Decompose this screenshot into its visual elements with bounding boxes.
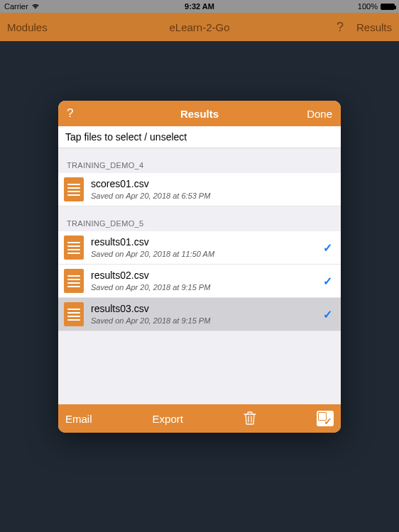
- status-right: 100%: [358, 2, 395, 11]
- file-name: results03.csv: [91, 303, 317, 315]
- file-row[interactable]: results01.csv Saved on Apr 20, 2018 at 1…: [58, 231, 341, 265]
- file-name: results01.csv: [91, 236, 317, 248]
- document-icon: [64, 269, 84, 293]
- file-subtitle: Saved on Apr 20, 2018 at 11:50 AM: [91, 249, 317, 259]
- file-row[interactable]: results03.csv Saved on Apr 20, 2018 at 9…: [58, 298, 341, 331]
- results-modal: ? Results Done Tap files to select / uns…: [58, 101, 341, 433]
- status-time: 9:32 AM: [185, 2, 214, 11]
- trash-icon: [244, 411, 256, 425]
- nav-modules-button[interactable]: Modules: [7, 21, 48, 33]
- export-button[interactable]: Export: [153, 413, 183, 425]
- section-header: TRAINING_DEMO_5: [58, 206, 341, 231]
- document-icon: [64, 302, 84, 326]
- file-subtitle: Saved on Apr 20, 2018 at 9:15 PM: [91, 316, 317, 326]
- wifi-icon: [31, 3, 40, 10]
- file-name: results02.csv: [91, 270, 317, 282]
- file-row[interactable]: results02.csv Saved on Apr 20, 2018 at 9…: [58, 265, 341, 298]
- modal-help-icon[interactable]: ?: [67, 106, 73, 121]
- file-name: scores01.csv: [91, 178, 332, 190]
- done-button[interactable]: Done: [307, 108, 332, 120]
- checkmark-icon: ✓: [323, 241, 332, 255]
- app-title: eLearn-2-Go: [169, 21, 229, 33]
- delete-button[interactable]: [244, 411, 256, 427]
- document-icon: [64, 177, 84, 201]
- file-subtitle: Saved on Apr 20, 2018 at 9:15 PM: [91, 282, 317, 292]
- help-icon[interactable]: ?: [337, 20, 344, 35]
- battery-pct: 100%: [358, 2, 378, 11]
- email-button[interactable]: Email: [65, 413, 92, 425]
- file-subtitle: Saved on Apr 20, 2018 at 6:53 PM: [91, 191, 332, 201]
- main-navbar: Modules eLearn-2-Go ? Results: [0, 13, 399, 41]
- instruction-label: Tap files to select / unselect: [58, 126, 341, 148]
- nav-results-button[interactable]: Results: [356, 21, 392, 33]
- status-left: Carrier: [4, 2, 40, 11]
- file-list[interactable]: TRAINING_DEMO_4 scores01.csv Saved on Ap…: [58, 148, 341, 404]
- battery-icon: [381, 4, 395, 10]
- modal-title: Results: [180, 108, 219, 120]
- modal-header: ? Results Done: [58, 101, 341, 126]
- status-bar: Carrier 9:32 AM 100%: [0, 0, 399, 13]
- document-icon: [64, 235, 84, 260]
- modal-footer: Email Export: [58, 404, 341, 433]
- file-row[interactable]: scores01.csv Saved on Apr 20, 2018 at 6:…: [58, 173, 341, 206]
- checkmark-icon: ✓: [323, 308, 332, 321]
- checkmark-icon: ✓: [323, 275, 332, 288]
- section-header: TRAINING_DEMO_4: [58, 148, 341, 173]
- select-all-button[interactable]: [317, 411, 334, 426]
- carrier-label: Carrier: [4, 2, 28, 11]
